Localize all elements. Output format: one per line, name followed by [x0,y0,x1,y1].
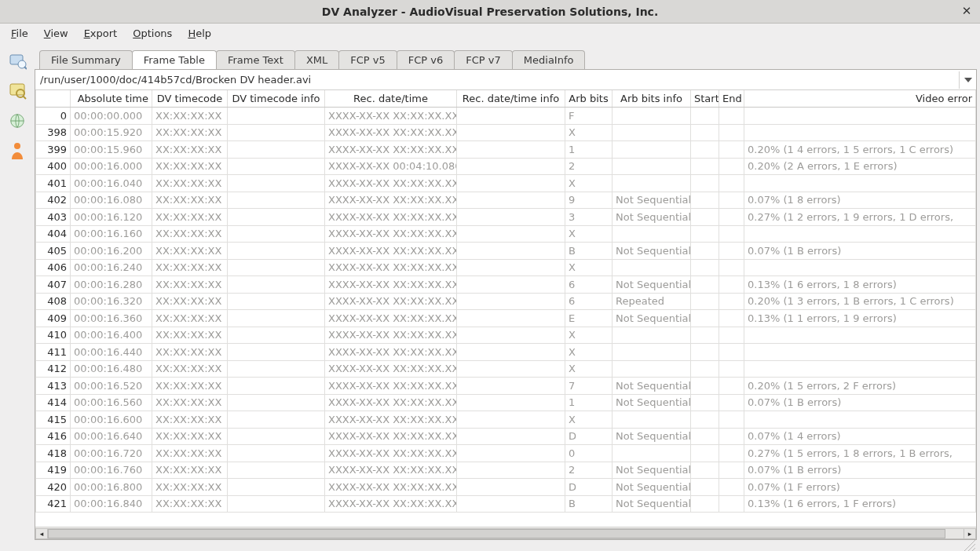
cell-st [691,428,719,445]
cell-rdi [457,225,565,243]
scroll-track[interactable] [48,528,964,539]
cell-n: 410 [36,327,71,344]
col-video-error[interactable]: Video error [744,90,976,108]
person-icon[interactable] [6,140,28,162]
cell-tci [228,293,325,310]
menu-file[interactable]: File [5,26,35,41]
cell-rd: XXXX-XX-XX XX:XX:XX.XXX [325,209,457,226]
cell-ve: 0.07% (1 4 errors) [744,428,976,445]
cell-tc: XX:XX:XX:XX [152,192,228,209]
cell-rdi [457,209,565,226]
cell-tc: XX:XX:XX:XX [152,462,228,479]
tab-fcp-v5[interactable]: FCP v5 [338,50,397,69]
cell-tci [228,108,325,125]
cell-abi: Not Sequential [612,276,691,294]
cell-abs: 00:00:16.200 [71,243,152,260]
frame-table-wrap[interactable]: Absolute timeDV timecodeDV timecode info… [35,90,976,527]
tab-xml[interactable]: XML [294,50,339,69]
table-row[interactable]: 39900:00:15.960XX:XX:XX:XXXXXX-XX-XX XX:… [36,141,976,159]
cell-abi [612,158,691,175]
cell-tci [228,225,325,243]
cell-rdi [457,394,565,411]
table-row[interactable]: 40600:00:16.240XX:XX:XX:XXXXXX-XX-XX XX:… [36,259,976,276]
table-row[interactable]: 40100:00:16.040XX:XX:XX:XXXXXX-XX-XX XX:… [36,175,976,192]
table-row[interactable]: 41800:00:16.720XX:XX:XX:XXXXXX-XX-XX XX:… [36,445,976,462]
cell-abi [612,175,691,192]
col-arb-bits-info[interactable]: Arb bits info [612,90,691,108]
scroll-thumb[interactable] [48,529,945,538]
cell-abi: Not Sequential [612,310,691,327]
table-row[interactable]: 40800:00:16.320XX:XX:XX:XXXXXX-XX-XX XX:… [36,293,976,310]
table-row[interactable]: 42000:00:16.800XX:XX:XX:XXXXXX-XX-XX XX:… [36,479,976,496]
col-dv-timecode-info[interactable]: DV timecode info [228,90,325,108]
close-button[interactable]: ✕ [960,4,974,18]
table-row[interactable]: 41300:00:16.520XX:XX:XX:XXXXXX-XX-XX XX:… [36,378,976,395]
col-rec-date-time-info[interactable]: Rec. date/time info [457,90,565,108]
cell-abi [612,344,691,361]
cell-rd: XXXX-XX-XX XX:XX:XX.XXX [325,124,457,141]
table-row[interactable]: 40200:00:16.080XX:XX:XX:XXXXXX-XX-XX XX:… [36,192,976,209]
table-row[interactable]: 000:00:00.000XX:XX:XX:XXXXXX-XX-XX XX:XX… [36,108,976,125]
col-end[interactable]: End [719,90,744,108]
cell-abs: 00:00:16.080 [71,192,152,209]
col-row[interactable] [36,90,71,108]
table-row[interactable]: 41000:00:16.400XX:XX:XX:XXXXXX-XX-XX XX:… [36,327,976,344]
cell-abi: Not Sequential [612,243,691,260]
table-row[interactable]: 41600:00:16.640XX:XX:XX:XXXXXX-XX-XX XX:… [36,428,976,445]
tab-fcp-v6[interactable]: FCP v6 [397,50,455,69]
cell-n: 420 [36,479,71,496]
path-field[interactable] [35,72,959,87]
cell-tci [228,495,325,513]
table-row[interactable]: 41900:00:16.760XX:XX:XX:XXXXXX-XX-XX XX:… [36,462,976,479]
cell-rdi [457,360,565,378]
cell-abs: 00:00:16.800 [71,479,152,496]
menu-view[interactable]: View [38,26,75,41]
tab-frame-text[interactable]: Frame Text [216,50,295,69]
table-row[interactable]: 39800:00:15.920XX:XX:XX:XXXXXX-XX-XX XX:… [36,124,976,141]
tab-file-summary[interactable]: File Summary [39,50,133,69]
scroll-right-button[interactable]: ▸ [964,528,976,539]
table-row[interactable]: 41500:00:16.600XX:XX:XX:XXXXXX-XX-XX XX:… [36,411,976,429]
cell-tc: XX:XX:XX:XX [152,327,228,344]
tab-frame-table[interactable]: Frame Table [132,50,217,69]
table-row[interactable]: 40500:00:16.200XX:XX:XX:XXXXXX-XX-XX XX:… [36,243,976,260]
table-row[interactable]: 40700:00:16.280XX:XX:XX:XXXXXX-XX-XX XX:… [36,276,976,294]
cell-en [719,141,744,159]
cell-rdi [457,192,565,209]
tab-fcp-v7[interactable]: FCP v7 [454,50,513,69]
table-row[interactable]: 40900:00:16.360XX:XX:XX:XXXXXX-XX-XX XX:… [36,310,976,327]
table-row[interactable]: 40300:00:16.120XX:XX:XX:XXXXXX-XX-XX XX:… [36,209,976,226]
table-row[interactable]: 40400:00:16.160XX:XX:XX:XXXXXX-XX-XX XX:… [36,225,976,243]
table-row[interactable]: 41200:00:16.480XX:XX:XX:XXXXXX-XX-XX XX:… [36,360,976,378]
preview-icon[interactable] [6,50,28,72]
scroll-left-button[interactable]: ◂ [35,528,48,539]
cell-st [691,259,719,276]
table-row[interactable]: 42100:00:16.840XX:XX:XX:XXXXXX-XX-XX XX:… [36,495,976,513]
horizontal-scrollbar[interactable]: ◂ ▸ [35,527,976,539]
cell-n: 418 [36,445,71,462]
col-rec-date-time[interactable]: Rec. date/time [325,90,457,108]
globe-icon[interactable] [6,110,28,132]
menu-help[interactable]: Help [181,26,218,41]
table-row[interactable]: 41400:00:16.560XX:XX:XX:XXXXXX-XX-XX XX:… [36,394,976,411]
cell-rdi [457,344,565,361]
cell-abi [612,124,691,141]
col-arb-bits[interactable]: Arb bits [565,90,612,108]
cell-abs: 00:00:16.360 [71,310,152,327]
col-absolute-time[interactable]: Absolute time [71,90,152,108]
resize-grip[interactable] [35,540,977,551]
cell-tc: XX:XX:XX:XX [152,108,228,125]
cell-rd: XXXX-XX-XX XX:XX:XX.XXX [325,108,457,125]
col-dv-timecode[interactable]: DV timecode [152,90,228,108]
table-row[interactable]: 40000:00:16.000XX:XX:XX:XXXXXX-XX-XX 00:… [36,158,976,175]
tab-mediainfo[interactable]: MediaInfo [512,50,586,69]
search-icon[interactable] [6,80,28,102]
cell-ab: X [565,259,612,276]
menu-export[interactable]: Export [78,26,124,41]
cell-tc: XX:XX:XX:XX [152,394,228,411]
table-row[interactable]: 41100:00:16.440XX:XX:XX:XXXXXX-XX-XX XX:… [36,344,976,361]
col-start[interactable]: Start [691,90,719,108]
path-selector [35,70,976,90]
menu-options[interactable]: Options [126,26,178,41]
path-dropdown-button[interactable] [959,71,976,89]
